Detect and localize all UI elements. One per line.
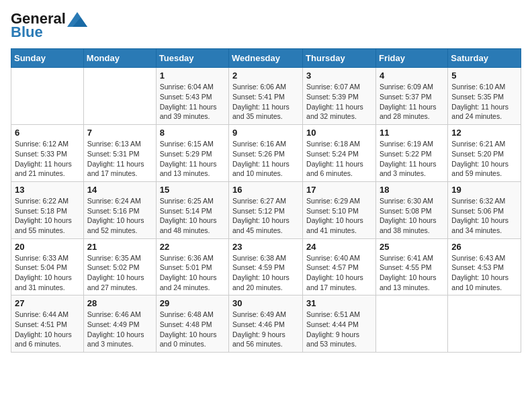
day-number: 6 [15, 128, 80, 138]
day-number: 27 [15, 298, 80, 308]
day-number: 22 [160, 242, 225, 252]
logo: General Blue [11, 11, 87, 40]
weekday-header-sunday: Sunday [11, 49, 84, 68]
calendar-cell: 21Sunrise: 6:35 AM Sunset: 5:02 PM Dayli… [83, 238, 156, 295]
logo-icon [67, 12, 87, 27]
calendar-cell: 12Sunrise: 6:21 AM Sunset: 5:20 PM Dayli… [448, 125, 521, 182]
day-number: 18 [380, 185, 444, 195]
calendar-cell: 4Sunrise: 6:09 AM Sunset: 5:37 PM Daylig… [375, 68, 447, 125]
calendar-cell: 29Sunrise: 6:48 AM Sunset: 4:48 PM Dayli… [156, 295, 228, 353]
day-number: 9 [232, 128, 299, 138]
day-number: 15 [160, 185, 225, 195]
day-info: Sunrise: 6:40 AM Sunset: 4:57 PM Dayligh… [306, 253, 372, 293]
day-number: 20 [15, 242, 80, 252]
calendar-cell: 9Sunrise: 6:16 AM Sunset: 5:26 PM Daylig… [229, 125, 303, 182]
day-info: Sunrise: 6:12 AM Sunset: 5:33 PM Dayligh… [15, 139, 80, 179]
calendar-cell: 7Sunrise: 6:13 AM Sunset: 5:31 PM Daylig… [83, 125, 156, 182]
day-info: Sunrise: 6:09 AM Sunset: 5:37 PM Dayligh… [380, 82, 444, 122]
weekday-header-thursday: Thursday [303, 49, 376, 68]
day-info: Sunrise: 6:33 AM Sunset: 5:04 PM Dayligh… [15, 253, 80, 293]
weekday-header-tuesday: Tuesday [156, 49, 228, 68]
day-info: Sunrise: 6:51 AM Sunset: 4:44 PM Dayligh… [306, 310, 372, 349]
calendar-week-2: 6Sunrise: 6:12 AM Sunset: 5:33 PM Daylig… [11, 125, 521, 182]
calendar-cell: 10Sunrise: 6:18 AM Sunset: 5:24 PM Dayli… [303, 125, 376, 182]
calendar-cell: 5Sunrise: 6:10 AM Sunset: 5:35 PM Daylig… [448, 68, 521, 125]
calendar-cell: 27Sunrise: 6:44 AM Sunset: 4:51 PM Dayli… [11, 295, 84, 353]
day-info: Sunrise: 6:19 AM Sunset: 5:22 PM Dayligh… [380, 139, 444, 179]
day-number: 12 [451, 128, 517, 138]
day-number: 2 [232, 71, 299, 81]
day-number: 28 [87, 298, 152, 308]
day-number: 13 [15, 185, 80, 195]
calendar-cell: 20Sunrise: 6:33 AM Sunset: 5:04 PM Dayli… [11, 238, 84, 295]
calendar-week-4: 20Sunrise: 6:33 AM Sunset: 5:04 PM Dayli… [11, 238, 521, 295]
calendar-cell [83, 68, 156, 125]
weekday-header-monday: Monday [83, 49, 156, 68]
calendar-cell: 25Sunrise: 6:41 AM Sunset: 4:55 PM Dayli… [375, 238, 447, 295]
calendar-cell: 3Sunrise: 6:07 AM Sunset: 5:39 PM Daylig… [303, 68, 376, 125]
calendar-cell: 6Sunrise: 6:12 AM Sunset: 5:33 PM Daylig… [11, 125, 84, 182]
day-number: 30 [232, 298, 299, 308]
day-info: Sunrise: 6:07 AM Sunset: 5:39 PM Dayligh… [306, 82, 372, 122]
day-number: 17 [306, 185, 372, 195]
day-info: Sunrise: 6:48 AM Sunset: 4:48 PM Dayligh… [160, 310, 225, 349]
calendar-week-1: 1Sunrise: 6:04 AM Sunset: 5:43 PM Daylig… [11, 68, 521, 125]
day-number: 19 [451, 185, 517, 195]
day-info: Sunrise: 6:38 AM Sunset: 4:59 PM Dayligh… [232, 253, 299, 293]
day-info: Sunrise: 6:41 AM Sunset: 4:55 PM Dayligh… [380, 253, 444, 293]
day-info: Sunrise: 6:13 AM Sunset: 5:31 PM Dayligh… [87, 139, 152, 179]
calendar-cell: 17Sunrise: 6:29 AM Sunset: 5:10 PM Dayli… [303, 181, 376, 238]
calendar-cell: 11Sunrise: 6:19 AM Sunset: 5:22 PM Dayli… [375, 125, 447, 182]
day-number: 10 [306, 128, 372, 138]
day-info: Sunrise: 6:24 AM Sunset: 5:16 PM Dayligh… [87, 196, 152, 236]
day-info: Sunrise: 6:44 AM Sunset: 4:51 PM Dayligh… [15, 310, 80, 349]
calendar-cell [448, 295, 521, 353]
day-info: Sunrise: 6:10 AM Sunset: 5:35 PM Dayligh… [451, 82, 517, 122]
calendar-week-3: 13Sunrise: 6:22 AM Sunset: 5:18 PM Dayli… [11, 181, 521, 238]
day-number: 14 [87, 185, 152, 195]
calendar-cell: 28Sunrise: 6:46 AM Sunset: 4:49 PM Dayli… [83, 295, 156, 353]
day-number: 7 [87, 128, 152, 138]
page-header: General Blue [11, 11, 521, 40]
day-number: 26 [451, 242, 517, 252]
calendar-cell: 26Sunrise: 6:43 AM Sunset: 4:53 PM Dayli… [448, 238, 521, 295]
day-info: Sunrise: 6:46 AM Sunset: 4:49 PM Dayligh… [87, 310, 152, 349]
calendar-cell: 23Sunrise: 6:38 AM Sunset: 4:59 PM Dayli… [229, 238, 303, 295]
calendar-cell [375, 295, 447, 353]
day-info: Sunrise: 6:32 AM Sunset: 5:06 PM Dayligh… [451, 196, 517, 236]
day-info: Sunrise: 6:27 AM Sunset: 5:12 PM Dayligh… [232, 196, 299, 236]
calendar-cell: 13Sunrise: 6:22 AM Sunset: 5:18 PM Dayli… [11, 181, 84, 238]
day-number: 29 [160, 298, 225, 308]
calendar-cell: 2Sunrise: 6:06 AM Sunset: 5:41 PM Daylig… [229, 68, 303, 125]
day-info: Sunrise: 6:25 AM Sunset: 5:14 PM Dayligh… [160, 196, 225, 236]
day-info: Sunrise: 6:30 AM Sunset: 5:08 PM Dayligh… [380, 196, 444, 236]
day-number: 3 [306, 71, 372, 81]
day-number: 1 [160, 71, 225, 81]
calendar-table: SundayMondayTuesdayWednesdayThursdayFrid… [11, 48, 521, 353]
calendar-cell: 14Sunrise: 6:24 AM Sunset: 5:16 PM Dayli… [83, 181, 156, 238]
day-info: Sunrise: 6:15 AM Sunset: 5:29 PM Dayligh… [160, 139, 225, 179]
weekday-header-saturday: Saturday [448, 49, 521, 68]
day-info: Sunrise: 6:49 AM Sunset: 4:46 PM Dayligh… [232, 310, 299, 349]
day-number: 25 [380, 242, 444, 252]
calendar-cell: 1Sunrise: 6:04 AM Sunset: 5:43 PM Daylig… [156, 68, 228, 125]
day-number: 4 [380, 71, 444, 81]
calendar-cell: 8Sunrise: 6:15 AM Sunset: 5:29 PM Daylig… [156, 125, 228, 182]
day-info: Sunrise: 6:43 AM Sunset: 4:53 PM Dayligh… [451, 253, 517, 293]
calendar-cell: 30Sunrise: 6:49 AM Sunset: 4:46 PM Dayli… [229, 295, 303, 353]
day-number: 16 [232, 185, 299, 195]
calendar-week-5: 27Sunrise: 6:44 AM Sunset: 4:51 PM Dayli… [11, 295, 521, 353]
calendar-cell: 22Sunrise: 6:36 AM Sunset: 5:01 PM Dayli… [156, 238, 228, 295]
calendar-cell: 31Sunrise: 6:51 AM Sunset: 4:44 PM Dayli… [303, 295, 376, 353]
day-number: 5 [451, 71, 517, 81]
calendar-cell: 19Sunrise: 6:32 AM Sunset: 5:06 PM Dayli… [448, 181, 521, 238]
day-info: Sunrise: 6:29 AM Sunset: 5:10 PM Dayligh… [306, 196, 372, 236]
day-number: 24 [306, 242, 372, 252]
weekday-header-wednesday: Wednesday [229, 49, 303, 68]
day-number: 11 [380, 128, 444, 138]
calendar-cell: 18Sunrise: 6:30 AM Sunset: 5:08 PM Dayli… [375, 181, 447, 238]
day-info: Sunrise: 6:04 AM Sunset: 5:43 PM Dayligh… [160, 82, 225, 122]
calendar-cell: 24Sunrise: 6:40 AM Sunset: 4:57 PM Dayli… [303, 238, 376, 295]
day-number: 23 [232, 242, 299, 252]
day-info: Sunrise: 6:16 AM Sunset: 5:26 PM Dayligh… [232, 139, 299, 179]
